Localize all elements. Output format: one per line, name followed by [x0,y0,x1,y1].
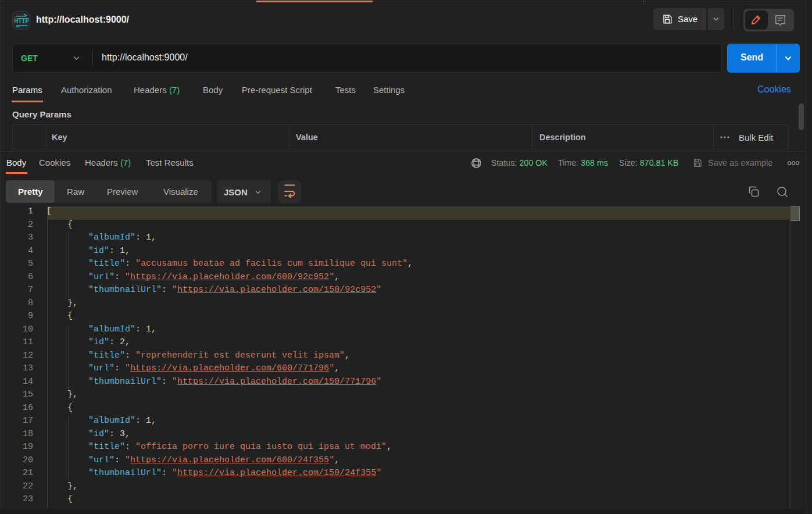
svg-text:HTTP: HTTP [15,17,28,24]
